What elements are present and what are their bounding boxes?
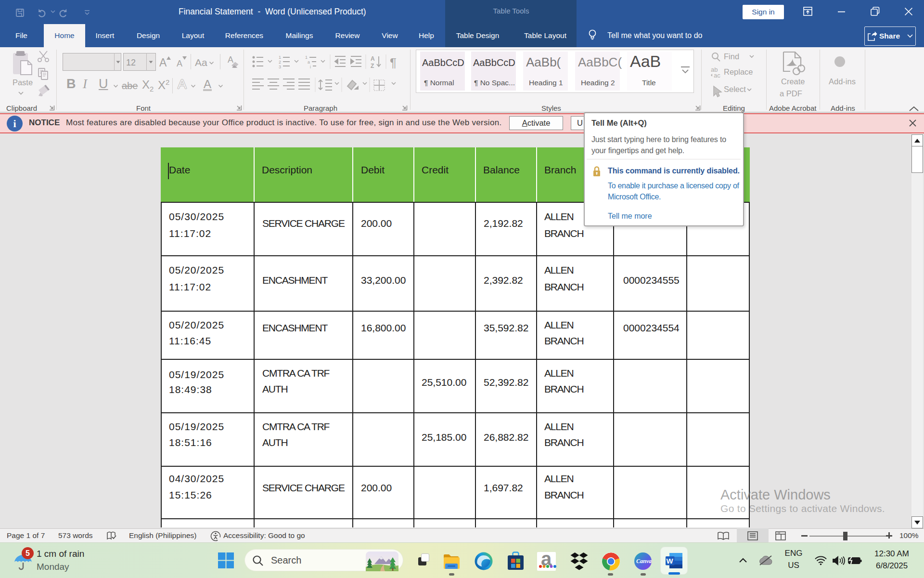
svg-text:3: 3: [279, 65, 281, 69]
svg-text:ac: ac: [714, 72, 720, 79]
svg-text:Z: Z: [371, 63, 374, 69]
svg-text:1: 1: [279, 55, 281, 60]
svg-text:W: W: [667, 557, 674, 565]
svg-text:2: 2: [279, 60, 281, 65]
svg-text:1: 1: [305, 55, 308, 60]
svg-text:i: i: [310, 65, 311, 69]
svg-text:A: A: [371, 55, 375, 62]
svg-text:Canva: Canva: [636, 558, 652, 565]
svg-text:¶: ¶: [390, 55, 397, 70]
svg-text:a: a: [308, 60, 310, 65]
